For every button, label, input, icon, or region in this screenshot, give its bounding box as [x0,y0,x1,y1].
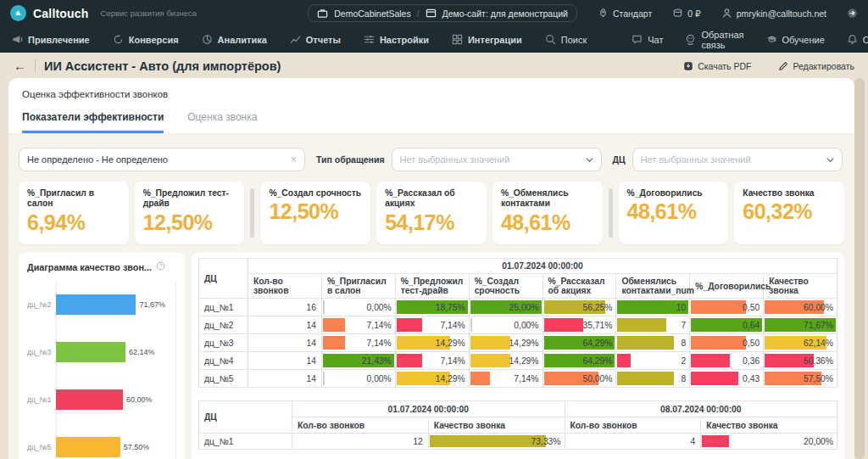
data-bar[interactable] [323,372,325,385]
back-arrow-icon[interactable]: ← [14,59,26,73]
data-bar[interactable] [691,372,738,385]
balance-button[interactable]: 0 ₽ [672,8,700,19]
tab-call-rating[interactable]: Оценка звонка [187,111,257,133]
plan-label: Стандарт [613,8,652,19]
metric-cell: 18,75% [395,299,469,316]
column-header[interactable]: %_Пригласил в салон [321,274,395,299]
kpi-label: Качество звонка [743,188,836,199]
data-bar[interactable] [323,318,345,332]
nav-label: Интеграции [468,35,522,45]
column-header[interactable]: %_Предложил тест-драйв [395,274,469,299]
chart-bar-track: 62,14% [56,328,176,376]
metric-value: 7,14% [367,321,392,330]
data-bar[interactable] [470,336,510,350]
nav-item-chat[interactable]: Чат [632,34,663,45]
page-scrollbar[interactable] [854,78,865,459]
nav-item-notifications[interactable]: Оповещения [847,34,868,45]
chart-bar-row: дц_№160,00% [27,376,176,423]
column-header[interactable]: Качество звонка [701,417,837,434]
cabinet-name[interactable]: DemoCabinetSales [334,8,410,19]
nav-item-settings[interactable]: Настройки [364,34,429,45]
nav-item-attraction[interactable]: Привлечение [12,34,90,45]
nav-item-feedback[interactable]: Обратная связь [685,30,743,50]
column-header[interactable]: Кол-во звонков [248,274,322,299]
edit-button[interactable]: Редактировать [778,61,854,71]
data-bar[interactable] [544,318,583,332]
nav-item-reports[interactable]: Отчеты [290,34,341,45]
plan-button[interactable]: Стандарт [598,8,652,19]
column-header[interactable]: Кол-во звонков [565,417,701,434]
row-label: дц_№4 [199,352,248,370]
chat-icon [632,34,643,45]
metric-value: 25,00% [509,303,539,312]
column-header[interactable]: Качество звонка [428,417,565,434]
data-bar[interactable] [323,336,345,350]
type-filter-select[interactable]: Нет выбранных значений [392,148,602,171]
nav-item-education[interactable]: Обучение [766,34,825,45]
nav-item-search[interactable]: Поиск [545,34,587,45]
column-header[interactable]: Кол-во звонков [292,417,429,434]
column-header[interactable]: Обменялись контактами_num [616,274,690,299]
data-bar[interactable] [702,435,729,447]
metric-cell: 0,00% [469,316,542,334]
metric-cell: 60,00% [764,299,837,316]
data-bar[interactable] [691,300,746,314]
data-bar[interactable] [470,318,472,332]
column-header[interactable]: Качество звонка [764,274,837,299]
chart-bar[interactable] [56,294,136,315]
data-bar[interactable] [691,354,730,367]
metric-value: 0,00% [367,303,392,312]
table-row: дц_№41421,43%7,14%14,29%64,29%20,3650,36… [199,352,837,370]
tabs: Показатели эффективности Оценка звонка [8,99,854,134]
metric-cell: 50,36% [764,352,837,370]
data-bar[interactable] [617,318,666,332]
chart-bar-track: 71,67% [56,281,176,328]
data-bar[interactable] [397,318,423,332]
data-bar[interactable] [470,354,510,367]
metric-value: 62,14% [804,339,833,348]
column-header[interactable]: %_Создал срочность [469,274,542,299]
metric-value: 64,29% [582,339,612,348]
data-bar[interactable] [617,336,674,350]
balance-value: 0 ₽ [687,8,700,19]
data-bar[interactable] [691,336,746,350]
metric-cell: 71,67% [764,316,837,334]
chart-bar[interactable] [56,342,125,362]
metric-value: 14,29% [436,339,465,348]
data-bar[interactable] [617,372,674,385]
metric-cell: 7,14% [395,352,469,370]
nav-item-analytics[interactable]: Аналитика [202,34,267,45]
data-bar[interactable] [470,372,490,385]
nav-item-conversion[interactable]: Конверсия [113,34,179,45]
data-bar[interactable] [397,354,423,367]
type-filter-label: Тип обращения [316,154,385,165]
data-bar[interactable] [617,354,630,367]
nav-item-integrations[interactable]: Интеграции [452,34,522,45]
site-name[interactable]: Демо-сайт: для демонстраций [442,8,568,19]
chart-bar[interactable] [56,437,120,457]
column-header[interactable]: %_Рассказал об акциях [542,274,616,299]
tab-performance-indicators[interactable]: Показатели эффективности [22,111,164,133]
download-pdf-button[interactable]: Скачать PDF [683,61,751,71]
user-menu[interactable]: pmrykin@calltouch.net [721,8,826,19]
metric-value: 0,36 [743,356,760,366]
period-filter-input[interactable]: Не определено - Не определено × [19,148,305,171]
data-bar[interactable] [430,435,546,447]
cabinet-switcher[interactable]: DemoCabinetSales / Демо-сайт: для демонс… [308,4,577,22]
metric-cell: 2 [616,352,690,370]
metric-value: 14,29% [509,339,539,348]
briefcase-icon [317,8,328,19]
chart-bar[interactable] [56,389,123,410]
clear-filter-icon[interactable]: × [284,154,297,165]
logout-button[interactable] [847,8,858,19]
metric-value: 0,50 [743,339,760,348]
widget-divider[interactable] [609,188,613,238]
info-icon[interactable] [156,261,165,272]
nav-label: Обратная связь [701,30,743,50]
edit-label: Редактировать [793,61,854,71]
calltouch-logo-icon[interactable] [10,5,26,21]
column-header[interactable]: %_Договорились [690,274,764,299]
data-bar[interactable] [323,300,325,314]
dc-filter-select[interactable]: Нет выбранных значений [632,148,843,171]
widget-divider[interactable] [250,188,254,238]
